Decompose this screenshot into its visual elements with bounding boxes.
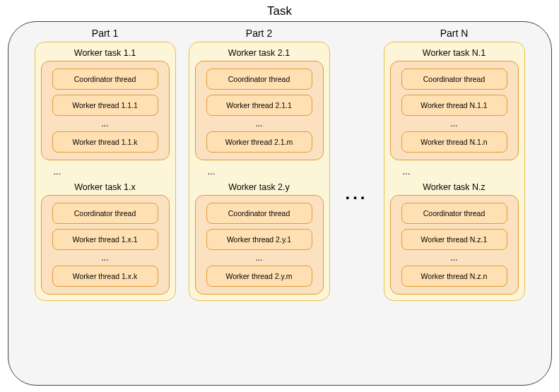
worker-task: Coordinator thread Worker thread 1.1.1 .… bbox=[41, 61, 170, 160]
worker-task-title: Worker task N.z bbox=[423, 182, 486, 192]
worker-thread: Worker thread 1.1.1 bbox=[52, 95, 158, 116]
worker-task: Coordinator thread Worker thread 1.x.1 .… bbox=[41, 195, 170, 295]
worker-thread: Worker thread 2.1.m bbox=[206, 131, 312, 153]
worker-thread: Worker thread 1.x.1 bbox=[52, 229, 158, 250]
worker-task-title: Worker task N.1 bbox=[423, 48, 486, 58]
worker-task: Coordinator thread Worker thread N.z.1 .… bbox=[390, 195, 519, 295]
ellipsis: ... bbox=[255, 121, 262, 126]
part-body: Worker task 1.1 Coordinator thread Worke… bbox=[35, 42, 176, 301]
worker-task: Coordinator thread Worker thread N.1.1 .… bbox=[390, 61, 519, 160]
part-title: Part 2 bbox=[246, 28, 272, 39]
ellipsis: ... bbox=[450, 255, 457, 261]
worker-task-title: Worker task 2.1 bbox=[228, 48, 290, 58]
ellipsis: ... bbox=[450, 121, 457, 126]
worker-thread: Worker thread N.z.1 bbox=[401, 229, 507, 250]
part-title: Part N bbox=[440, 28, 469, 39]
coordinator-thread: Coordinator thread bbox=[401, 203, 507, 224]
part-1: Part 1 Worker task 1.1 Coordinator threa… bbox=[35, 28, 176, 301]
ellipsis: ... bbox=[101, 255, 108, 261]
worker-task: Coordinator thread Worker thread 2.1.1 .… bbox=[195, 61, 324, 160]
part-2: Part 2 Worker task 2.1 Coordinator threa… bbox=[189, 28, 330, 301]
diagram-title: Task bbox=[267, 4, 292, 18]
worker-thread: Worker thread N.1.1 bbox=[401, 95, 507, 116]
worker-thread: Worker thread 2.1.1 bbox=[206, 95, 312, 116]
task-container: Part 1 Worker task 1.1 Coordinator threa… bbox=[8, 21, 552, 386]
ellipsis: ... bbox=[255, 255, 262, 261]
coordinator-thread: Coordinator thread bbox=[206, 69, 312, 90]
part-body: Worker task 2.1 Coordinator thread Worke… bbox=[189, 42, 330, 301]
worker-thread: Worker thread 1.1.k bbox=[52, 131, 158, 153]
part-title: Part 1 bbox=[92, 28, 118, 39]
ellipsis: ... bbox=[41, 166, 61, 177]
worker-task-title: Worker task 1.x bbox=[74, 182, 136, 192]
coordinator-thread: Coordinator thread bbox=[52, 69, 158, 90]
worker-thread: Worker thread N.z.n bbox=[401, 266, 507, 287]
coordinator-thread: Coordinator thread bbox=[52, 203, 158, 224]
worker-thread: Worker thread 2.y.m bbox=[206, 266, 312, 287]
coordinator-thread: Coordinator thread bbox=[206, 203, 312, 224]
worker-task: Coordinator thread Worker thread 2.y.1 .… bbox=[195, 195, 324, 295]
worker-thread: Worker thread 1.x.k bbox=[52, 266, 158, 287]
worker-task-title: Worker task 2.y bbox=[228, 182, 290, 192]
part-n: Part N Worker task N.1 Coordinator threa… bbox=[384, 28, 525, 301]
ellipsis: ... bbox=[101, 121, 108, 126]
worker-task-title: Worker task 1.1 bbox=[74, 48, 136, 58]
part-body: Worker task N.1 Coordinator thread Worke… bbox=[384, 42, 525, 301]
ellipsis: ... bbox=[390, 166, 411, 177]
column-ellipsis: ... bbox=[343, 28, 371, 360]
ellipsis: ... bbox=[195, 166, 216, 177]
worker-thread: Worker thread 2.y.1 bbox=[206, 229, 312, 250]
coordinator-thread: Coordinator thread bbox=[401, 69, 507, 90]
worker-thread: Worker thread N.1.n bbox=[401, 131, 507, 153]
